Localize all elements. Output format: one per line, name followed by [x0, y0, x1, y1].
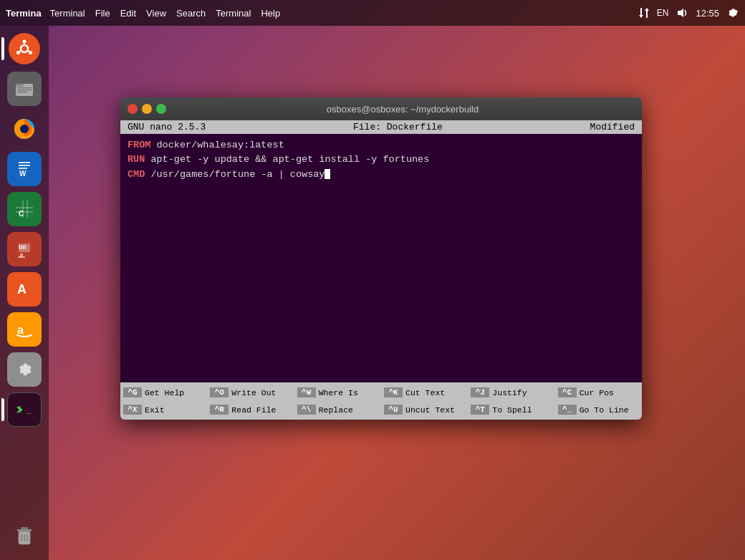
- menu-search[interactable]: Search: [176, 8, 206, 19]
- window-title: osboxes@osboxes: ~/mydockerbuild: [170, 104, 635, 115]
- nano-cmd-get-help[interactable]: ^G Get Help: [120, 384, 207, 401]
- terminal-icon: $ _: [14, 400, 34, 420]
- keyword-from: FROM: [128, 140, 150, 150]
- sidebar-item-filemanager[interactable]: [6, 70, 43, 107]
- nano-cmd-uncut[interactable]: ^U Uncut Text: [381, 401, 468, 418]
- nano-label-go-to-line: Go To Line: [580, 405, 629, 415]
- editor-area[interactable]: FROM docker/whalesay:latest RUN apt-get …: [120, 134, 642, 382]
- sidebar-item-settings[interactable]: [6, 351, 43, 388]
- sidebar-item-writer[interactable]: W: [6, 150, 43, 188]
- nano-label-uncut: Uncut Text: [405, 405, 455, 415]
- svg-rect-20: [19, 168, 27, 169]
- nano-key-t: ^T: [471, 405, 489, 415]
- gear-icon[interactable]: [726, 6, 739, 19]
- svg-text:C: C: [19, 210, 24, 218]
- nano-label-to-spell: To Spell: [492, 405, 532, 415]
- nano-key-w: ^W: [297, 387, 316, 397]
- keyword-cmd: CMD: [128, 169, 145, 180]
- nano-cmd-where-is[interactable]: ^W Where Is: [294, 384, 381, 401]
- sidebar-item-impress[interactable]: Im: [6, 231, 43, 268]
- nano-cmd-exit[interactable]: ^X Exit: [120, 401, 207, 418]
- svg-marker-0: [639, 8, 643, 18]
- svg-rect-19: [19, 165, 30, 166]
- svg-rect-31: [18, 256, 25, 258]
- svg-rect-40: [17, 529, 32, 531]
- launcher-sidebar: W C Im: [0, 26, 49, 560]
- sidebar-item-ubuntu[interactable]: [6, 30, 43, 67]
- editor-line-2: RUN apt-get -y update && apt-get install…: [128, 153, 635, 167]
- language-indicator[interactable]: EN: [657, 8, 669, 18]
- nano-key-o: ^O: [210, 387, 229, 397]
- nano-label-replace: Replace: [319, 405, 353, 415]
- nano-cmd-to-spell[interactable]: ^T To Spell: [468, 401, 554, 418]
- line-3-content: /usr/games/fortune -a | cowsay: [150, 169, 325, 180]
- svg-rect-41: [21, 527, 28, 529]
- ubuntu-logo-icon: [14, 39, 34, 59]
- nano-cmd-replace[interactable]: ^\ Replace: [294, 401, 381, 418]
- nano-key-j: ^J: [471, 387, 489, 397]
- line-2-content: apt-get -y update && apt-get install -y …: [150, 154, 429, 165]
- svg-rect-13: [17, 90, 32, 91]
- editor-line-1: FROM docker/whalesay:latest: [128, 138, 635, 153]
- sidebar-item-trash[interactable]: [6, 517, 43, 554]
- menu-terminal2[interactable]: Terminal: [216, 8, 251, 19]
- svg-text:A: A: [17, 282, 27, 296]
- sidebar-item-firefox[interactable]: [6, 110, 43, 148]
- keyword-run: RUN: [128, 154, 145, 165]
- nano-label-cut-text: Cut Text: [405, 388, 445, 397]
- menu-view[interactable]: View: [146, 8, 166, 19]
- nano-modified: Modified: [590, 122, 635, 132]
- app-name: Termina: [6, 8, 42, 19]
- settings-icon: [14, 359, 34, 380]
- nano-cmd-cur-pos[interactable]: ^C Cur Pos: [555, 384, 642, 401]
- terminal-window: osboxes@osboxes: ~/mydockerbuild GNU nan…: [120, 97, 642, 420]
- calc-icon: C: [13, 198, 36, 221]
- nano-key-c: ^C: [558, 387, 577, 397]
- nano-label-exit: Exit: [145, 405, 165, 415]
- nano-key-k: ^K: [384, 387, 403, 397]
- nano-key-x: ^X: [123, 405, 142, 415]
- nano-cmd-justify[interactable]: ^J Justify: [468, 384, 554, 401]
- svg-rect-18: [19, 162, 30, 163]
- svg-rect-14: [17, 92, 27, 93]
- volume-icon: [676, 6, 688, 19]
- sidebar-item-calc[interactable]: C: [6, 190, 43, 228]
- svg-marker-1: [645, 8, 649, 18]
- svg-text:$ _: $ _: [17, 405, 32, 414]
- sidebar-item-software[interactable]: A: [6, 271, 43, 308]
- sidebar-item-amazon[interactable]: a: [6, 311, 43, 348]
- topbar: Termina Terminal File Edit View Search T…: [0, 0, 745, 26]
- close-button[interactable]: [128, 104, 138, 114]
- svg-line-8: [27, 51, 29, 52]
- svg-text:Im: Im: [19, 243, 27, 251]
- transfer-icon: [637, 6, 650, 19]
- nano-label-write-out: Write Out: [231, 388, 276, 397]
- nano-label-read-file: Read File: [231, 405, 276, 415]
- nano-key-underscore: ^_: [558, 405, 577, 415]
- menu-help[interactable]: Help: [261, 8, 280, 19]
- amazon-icon: a: [13, 318, 36, 341]
- editor-line-3: CMD /usr/games/fortune -a | cowsay: [128, 168, 635, 182]
- menu-edit[interactable]: Edit: [120, 8, 136, 19]
- svg-point-16: [20, 125, 29, 133]
- text-cursor: [325, 169, 330, 179]
- svg-rect-11: [16, 84, 24, 87]
- nano-cmd-write-out[interactable]: ^O Write Out: [207, 384, 294, 401]
- writer-icon: W: [13, 158, 36, 180]
- nano-label-where-is: Where Is: [319, 388, 358, 397]
- nano-header: GNU nano 2.5.3 File: Dockerfile Modified: [120, 120, 642, 134]
- minimize-button[interactable]: [142, 104, 152, 114]
- menu-bar: Terminal File Edit View Search Terminal …: [50, 8, 637, 19]
- sidebar-item-terminal[interactable]: $ _: [6, 391, 43, 428]
- nano-cmd-read-file[interactable]: ^R Read File: [207, 401, 294, 418]
- menu-file[interactable]: File: [95, 8, 110, 19]
- nano-key-backslash: ^\: [297, 405, 316, 415]
- maximize-button[interactable]: [156, 104, 166, 114]
- menu-terminal[interactable]: Terminal: [50, 8, 85, 19]
- impress-icon: Im: [13, 238, 36, 261]
- line-1-content: docker/whalesay:latest: [157, 140, 284, 150]
- clock: 12:55: [696, 8, 719, 19]
- nano-cmd-cut-text[interactable]: ^K Cut Text: [381, 384, 468, 401]
- nano-cmd-go-to-line[interactable]: ^_ Go To Line: [555, 401, 642, 418]
- nano-label-justify: Justify: [492, 388, 527, 397]
